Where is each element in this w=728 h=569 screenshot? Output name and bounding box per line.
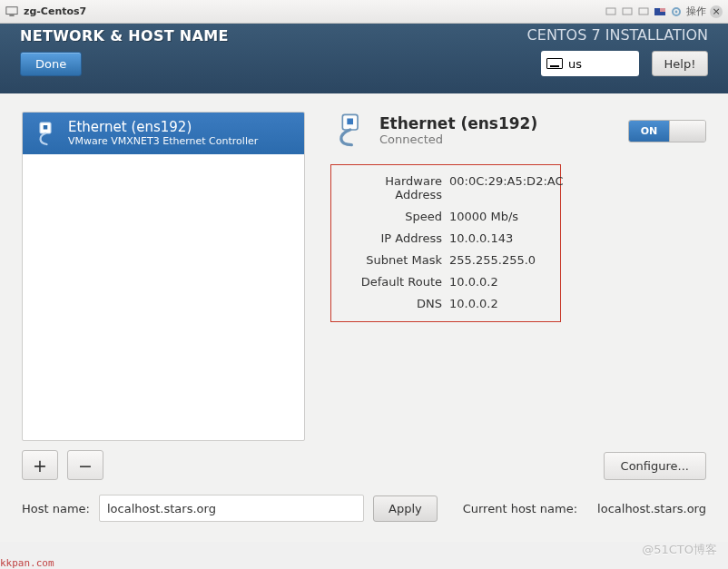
watermark-right: @51CTO博客 — [642, 542, 717, 558]
window-title: zg-Centos7 — [24, 5, 605, 17]
hostname-row: Host name: Apply Current host name: loca… — [0, 493, 728, 542]
ethernet-large-icon — [330, 112, 367, 148]
label-ip: IP Address — [342, 231, 442, 245]
svg-rect-13 — [347, 119, 353, 125]
current-hostname-label: Current host name: — [463, 502, 577, 515]
tray-actions-label[interactable]: 操作 — [686, 5, 706, 18]
page-header: NETWORK & HOST NAME Done CENTOS 7 INSTAL… — [0, 24, 728, 93]
value-dns: 10.0.0.2 — [449, 297, 564, 310]
value-speed: 10000 Mb/s — [449, 210, 564, 223]
tray-display1-icon[interactable] — [605, 5, 617, 18]
interface-details: Hardware Address 00:0C:29:A5:D2:AC Speed… — [330, 164, 561, 322]
interface-list-item-name: Ethernet (ens192) — [68, 119, 258, 135]
svg-rect-4 — [639, 8, 648, 15]
tray-flag-icon[interactable] — [654, 5, 666, 18]
svg-rect-11 — [44, 125, 48, 130]
svg-rect-1 — [9, 15, 14, 15]
toggle-on-label: ON — [629, 121, 669, 142]
svg-rect-7 — [660, 8, 665, 12]
svg-rect-2 — [606, 8, 615, 15]
value-ip: 10.0.0.143 — [449, 231, 564, 245]
value-hw: 00:0C:29:A5:D2:AC — [449, 174, 564, 201]
keyboard-layout-indicator[interactable]: us — [541, 51, 639, 76]
svg-rect-3 — [623, 8, 632, 15]
keyboard-layout-text: us — [568, 57, 582, 71]
label-dns: DNS — [342, 297, 442, 310]
add-interface-button[interactable]: + — [22, 450, 58, 480]
install-title: CENTOS 7 INSTALLATION — [527, 26, 708, 44]
window-monitor-icon — [5, 5, 18, 18]
configure-button[interactable]: Configure... — [604, 452, 706, 480]
interface-list-item-desc: VMware VMXNET3 Ethernet Controller — [68, 135, 258, 147]
interface-toggle[interactable]: ON — [628, 120, 706, 142]
label-hw: Hardware Address — [342, 174, 442, 201]
interface-list-item[interactable]: Ethernet (ens192) VMware VMXNET3 Etherne… — [23, 113, 304, 154]
toggle-handle — [669, 121, 705, 142]
interface-list[interactable]: Ethernet (ens192) VMware VMXNET3 Etherne… — [22, 112, 305, 441]
label-route: Default Route — [342, 275, 442, 289]
value-mask: 255.255.255.0 — [449, 253, 564, 267]
remove-interface-button[interactable]: − — [67, 450, 103, 480]
page-title: NETWORK & HOST NAME — [20, 27, 229, 44]
hostname-label: Host name: — [22, 502, 90, 515]
tray-display2-icon[interactable] — [621, 5, 634, 18]
label-speed: Speed — [342, 210, 442, 223]
value-route: 10.0.0.2 — [449, 275, 564, 289]
label-mask: Subnet Mask — [342, 253, 442, 267]
keyboard-icon — [546, 58, 563, 69]
current-hostname-value: localhost.stars.org — [597, 502, 706, 515]
interface-name: Ethernet (ens192) — [379, 114, 537, 132]
help-button[interactable]: Help! — [652, 51, 708, 76]
apply-button[interactable]: Apply — [373, 495, 438, 522]
watermark-left: kkpan.com — [0, 557, 54, 569]
done-button[interactable]: Done — [20, 52, 82, 76]
tray-display3-icon[interactable] — [637, 5, 650, 18]
svg-point-9 — [675, 10, 678, 13]
main-area: Ethernet (ens192) VMware VMXNET3 Etherne… — [0, 93, 728, 493]
ethernet-icon — [32, 120, 59, 147]
hostname-input[interactable] — [99, 495, 364, 522]
tray-gear-icon[interactable] — [670, 5, 683, 18]
window-close-button[interactable] — [710, 5, 723, 18]
interface-header: Ethernet (ens192) Connected ON — [330, 112, 706, 148]
svg-rect-0 — [6, 6, 17, 14]
interface-status: Connected — [379, 132, 537, 146]
